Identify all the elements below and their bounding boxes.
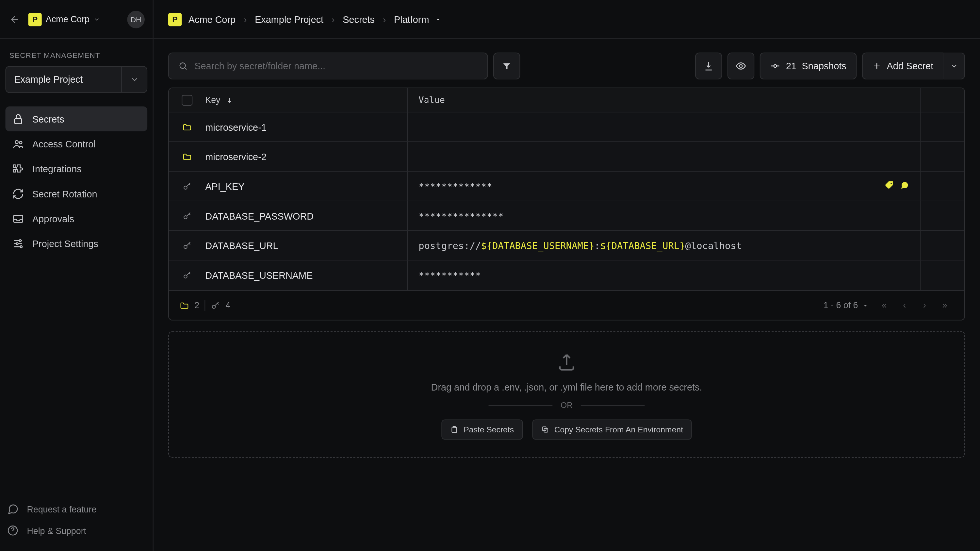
row-value-cell[interactable]: ************* <box>407 172 920 201</box>
row-actions-cell[interactable] <box>920 260 964 290</box>
row-key-cell[interactable]: DATABASE_URL <box>205 240 407 251</box>
select-all-cell[interactable] <box>169 94 205 105</box>
dropzone-actions: Paste Secrets Copy Secrets From An Envir… <box>441 419 692 440</box>
folder-icon <box>181 122 192 132</box>
sidebar-item-approvals[interactable]: Approvals <box>5 206 147 231</box>
breadcrumb-org[interactable]: Acme Corp <box>188 14 235 24</box>
chevron-down-icon <box>94 16 100 22</box>
row-value-cell[interactable]: postgres://${DATABASE_USERNAME}:${DATABA… <box>407 231 920 260</box>
table-row[interactable]: DATABASE_PASSWORD *************** <box>169 201 964 231</box>
caret-down-icon <box>862 302 869 309</box>
paste-secrets-button[interactable]: Paste Secrets <box>441 419 523 440</box>
content: 21 Snapshots Add Secret <box>154 39 980 551</box>
back-button[interactable] <box>8 13 22 26</box>
breadcrumb-project[interactable]: Example Project <box>255 14 323 24</box>
add-secret-dropdown[interactable] <box>943 53 965 80</box>
sidebar-header: P Acme Corp DH <box>0 0 153 39</box>
search-input[interactable] <box>194 61 477 71</box>
row-value-cell[interactable] <box>407 142 920 171</box>
row-key-cell[interactable]: DATABASE_PASSWORD <box>205 210 407 221</box>
row-actions-cell[interactable] <box>920 142 964 171</box>
checkbox[interactable] <box>181 94 192 105</box>
row-key-cell[interactable]: microservice-1 <box>205 121 407 132</box>
snapshots-label: Snapshots <box>802 61 846 71</box>
filter-button[interactable] <box>493 53 520 80</box>
row-checkbox-cell[interactable] <box>169 271 205 280</box>
svg-point-12 <box>891 183 892 184</box>
table-row[interactable]: microservice-1 <box>169 112 964 142</box>
row-actions-cell[interactable] <box>920 201 964 230</box>
folder-count: 2 <box>180 300 199 311</box>
breadcrumb-section[interactable]: Secrets <box>343 14 375 24</box>
page-prev-button[interactable]: ‹ <box>896 296 913 314</box>
row-checkbox-cell[interactable] <box>169 240 205 250</box>
tags-icon[interactable] <box>885 180 894 192</box>
comment-icon[interactable] <box>900 180 909 192</box>
download-button[interactable] <box>695 53 722 80</box>
breadcrumb-org-badge: P <box>168 13 181 26</box>
row-checkbox-cell[interactable] <box>169 211 205 221</box>
sidebar-item-secrets[interactable]: Secrets <box>5 106 147 131</box>
request-feature-link[interactable]: Request a feature <box>0 498 153 520</box>
row-actions-cell[interactable] <box>920 231 964 260</box>
row-key-cell[interactable]: microservice-2 <box>205 151 407 162</box>
chevron-down-icon <box>121 67 147 92</box>
sidebar-item-label: Access Control <box>32 138 96 149</box>
environment-dropdown[interactable]: Platform <box>394 14 441 24</box>
arrow-left-icon <box>10 14 20 24</box>
search-input-wrap[interactable] <box>168 53 488 80</box>
chat-icon <box>7 503 19 515</box>
sidebar-footer: Request a feature Help & Support <box>0 493 153 551</box>
svg-point-5 <box>16 242 18 244</box>
table-row[interactable]: DATABASE_USERNAME *********** <box>169 260 964 290</box>
sidebar-item-access-control[interactable]: Access Control <box>5 131 147 156</box>
table-row[interactable]: microservice-2 <box>169 142 964 172</box>
sidebar-item-project-settings[interactable]: Project Settings <box>5 231 147 256</box>
org-switcher[interactable]: P Acme Corp <box>29 13 121 26</box>
svg-point-1 <box>15 140 18 143</box>
puzzle-icon <box>12 162 24 175</box>
project-select[interactable]: Example Project <box>5 66 147 93</box>
pagination-range[interactable]: 1 - 6 of 6 <box>824 300 869 311</box>
row-checkbox-cell[interactable] <box>169 182 205 191</box>
chevron-right-icon: › <box>332 14 335 24</box>
row-key-cell[interactable]: API_KEY <box>205 181 407 191</box>
row-value-cell[interactable] <box>407 112 920 142</box>
column-header-key[interactable]: Key <box>205 95 407 105</box>
row-value-cell[interactable]: *************** <box>407 201 920 230</box>
lock-icon <box>12 113 24 125</box>
row-actions-cell[interactable] <box>920 172 964 201</box>
help-support-link[interactable]: Help & Support <box>0 520 153 541</box>
avatar[interactable]: DH <box>127 10 145 28</box>
svg-point-6 <box>20 245 22 247</box>
copy-secrets-button[interactable]: Copy Secrets From An Environment <box>532 419 692 440</box>
key-icon <box>181 182 192 191</box>
sidebar-item-label: Secrets <box>32 113 64 124</box>
visibility-toggle[interactable] <box>727 53 754 80</box>
svg-point-9 <box>740 65 742 67</box>
page-last-button[interactable]: » <box>936 296 953 314</box>
table-row[interactable]: DATABASE_URL postgres://${DATABASE_USERN… <box>169 231 964 261</box>
svg-point-10 <box>774 65 776 67</box>
page-first-button[interactable]: « <box>875 296 893 314</box>
dropzone[interactable]: Drag and drop a .env, .json, or .yml fil… <box>168 331 965 458</box>
row-key: microservice-1 <box>205 121 266 132</box>
row-key-cell[interactable]: DATABASE_USERNAME <box>205 270 407 281</box>
add-secret-button[interactable]: Add Secret <box>862 53 943 80</box>
row-value-cell[interactable]: *********** <box>407 260 920 290</box>
sidebar-item-secret-rotation[interactable]: Secret Rotation <box>5 181 147 206</box>
snapshots-button[interactable]: 21 Snapshots <box>760 53 856 80</box>
question-icon <box>7 524 19 537</box>
row-actions-cell[interactable] <box>920 112 964 142</box>
page-next-button[interactable]: › <box>916 296 934 314</box>
table-row[interactable]: API_KEY ************* <box>169 172 964 201</box>
download-icon <box>703 61 714 71</box>
row-checkbox-cell[interactable] <box>169 152 205 161</box>
table-header: Key Value <box>169 88 964 112</box>
row-checkbox-cell[interactable] <box>169 122 205 132</box>
sidebar-item-integrations[interactable]: Integrations <box>5 156 147 181</box>
table-footer: 2 4 1 - 6 of 6 « ‹ › <box>169 290 964 320</box>
row-key: DATABASE_USERNAME <box>205 270 313 281</box>
column-header-value[interactable]: Value <box>407 88 920 112</box>
row-key: API_KEY <box>205 181 244 191</box>
